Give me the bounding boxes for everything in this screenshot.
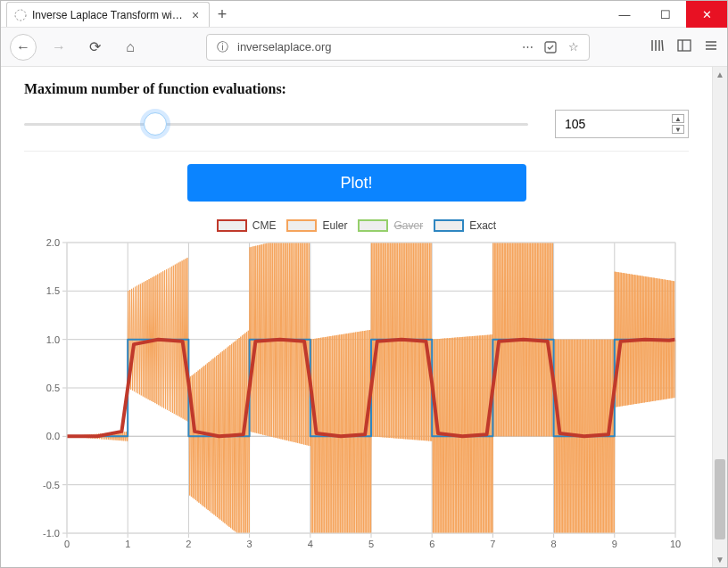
- tab-title: Inverse Laplace Transform with CM: [32, 9, 184, 21]
- spin-down-button[interactable]: ▼: [672, 125, 684, 134]
- svg-text:4: 4: [308, 539, 313, 549]
- page-favicon: [14, 9, 27, 21]
- legend-swatch: [286, 219, 317, 232]
- svg-text:5: 5: [368, 539, 374, 549]
- window-controls: — ☐ ✕: [604, 1, 727, 27]
- nav-forward-button[interactable]: →: [46, 34, 72, 61]
- tab-close-button[interactable]: ×: [189, 9, 202, 21]
- svg-text:1: 1: [125, 539, 130, 549]
- viewport: Maximum number of function evaluations: …: [1, 67, 727, 567]
- slider-row: 105 ▲ ▼: [24, 110, 689, 152]
- chart-legend[interactable]: CMEEulerGaverExact: [24, 219, 689, 232]
- svg-rect-1: [545, 42, 556, 53]
- plot-button-row: Plot!: [24, 164, 689, 202]
- max-eval-value: 105: [565, 117, 585, 131]
- bookmark-star-icon[interactable]: ☆: [566, 40, 582, 54]
- legend-item-cme[interactable]: CME: [217, 219, 277, 232]
- address-bar[interactable]: ⓘ inverselaplace.org ⋯ ☆: [206, 34, 590, 61]
- scroll-up-button[interactable]: ▲: [713, 67, 727, 82]
- sidebar-icon[interactable]: [677, 38, 691, 56]
- chart-area: CMEEulerGaverExact 012345678910-1.0-0.50…: [24, 219, 689, 556]
- max-eval-number-input[interactable]: 105 ▲ ▼: [555, 110, 689, 138]
- legend-item-euler[interactable]: Euler: [286, 219, 347, 232]
- slider-thumb[interactable]: [144, 112, 167, 136]
- window-minimize-button[interactable]: —: [604, 1, 645, 28]
- form-label-max-eval: Maximum number of function evaluations:: [24, 81, 689, 97]
- number-spinner: ▲ ▼: [672, 114, 684, 134]
- svg-text:3: 3: [247, 539, 252, 549]
- nav-home-button[interactable]: ⌂: [117, 34, 144, 61]
- page-actions-icon[interactable]: ⋯: [519, 40, 535, 54]
- svg-text:2: 2: [186, 539, 191, 549]
- new-tab-button[interactable]: +: [210, 2, 235, 27]
- browser-tab[interactable]: Inverse Laplace Transform with CM ×: [6, 2, 210, 27]
- spin-up-button[interactable]: ▲: [672, 114, 684, 123]
- svg-text:7: 7: [490, 539, 495, 549]
- legend-label: Gaver: [393, 219, 423, 232]
- nav-reload-button[interactable]: ⟳: [81, 34, 108, 61]
- site-info-icon[interactable]: ⓘ: [214, 39, 230, 55]
- plot-button[interactable]: Plot!: [187, 164, 526, 202]
- reader-mode-icon[interactable]: [542, 41, 558, 54]
- tab-strip: Inverse Laplace Transform with CM × +: [1, 1, 604, 27]
- menu-icon[interactable]: [704, 38, 718, 56]
- legend-swatch: [217, 219, 247, 232]
- chart-plot[interactable]: 012345678910-1.0-0.50.00.51.01.52.0: [24, 237, 684, 556]
- svg-text:10: 10: [670, 539, 681, 549]
- nav-back-button[interactable]: ←: [10, 34, 37, 61]
- svg-text:0.5: 0.5: [46, 383, 60, 393]
- max-eval-slider[interactable]: [24, 115, 528, 133]
- legend-item-exact[interactable]: Exact: [434, 219, 496, 232]
- svg-text:1.0: 1.0: [46, 334, 60, 345]
- svg-text:6: 6: [429, 539, 434, 549]
- page-content: Maximum number of function evaluations: …: [1, 67, 712, 567]
- svg-rect-2: [678, 40, 691, 51]
- svg-text:-1.0: -1.0: [43, 528, 60, 539]
- scroll-thumb[interactable]: [715, 459, 725, 539]
- nav-toolbar: ← → ⟳ ⌂ ⓘ inverselaplace.org ⋯ ☆: [1, 28, 727, 67]
- titlebar: Inverse Laplace Transform with CM × + — …: [1, 1, 727, 28]
- library-icon[interactable]: [650, 38, 665, 56]
- legend-label: Exact: [469, 219, 496, 232]
- legend-label: Euler: [322, 219, 347, 232]
- svg-text:9: 9: [612, 539, 617, 549]
- svg-text:2.0: 2.0: [46, 237, 60, 248]
- legend-item-gaver[interactable]: Gaver: [358, 219, 423, 232]
- legend-label: CME: [252, 219, 277, 232]
- svg-text:-0.5: -0.5: [43, 480, 60, 490]
- svg-text:1.5: 1.5: [46, 285, 60, 296]
- toolbar-right: [650, 38, 718, 56]
- browser-window: Inverse Laplace Transform with CM × + — …: [0, 0, 728, 568]
- legend-swatch: [358, 219, 388, 232]
- svg-text:8: 8: [551, 539, 557, 549]
- window-maximize-button[interactable]: ☐: [645, 1, 686, 28]
- svg-text:0: 0: [64, 539, 70, 549]
- url-text: inverselaplace.org: [237, 40, 512, 54]
- window-close-button[interactable]: ✕: [686, 1, 727, 28]
- vertical-scrollbar[interactable]: ▲ ▼: [712, 67, 727, 567]
- scroll-down-button[interactable]: ▼: [713, 552, 727, 567]
- svg-point-0: [15, 10, 26, 21]
- slider-track: [24, 123, 528, 126]
- legend-swatch: [434, 219, 464, 232]
- svg-text:0.0: 0.0: [46, 431, 60, 441]
